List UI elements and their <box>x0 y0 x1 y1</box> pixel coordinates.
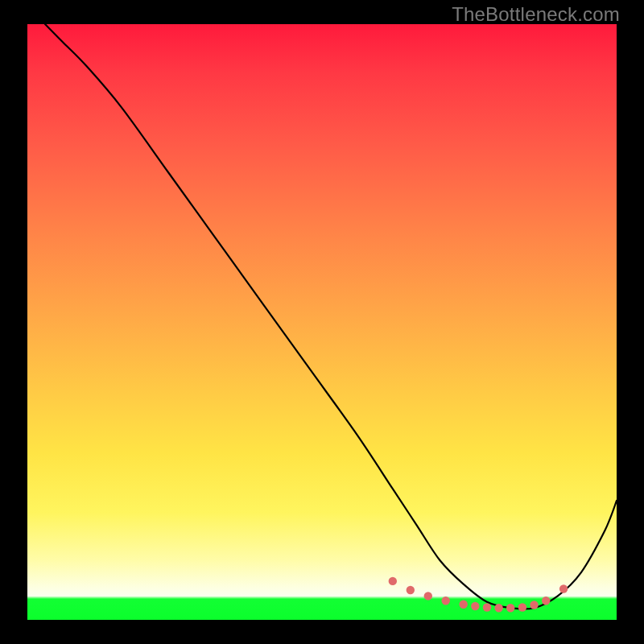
valley-dot <box>518 603 526 611</box>
valley-dot <box>506 604 514 612</box>
valley-dot <box>559 584 568 592</box>
bottleneck-curve <box>45 24 617 609</box>
plot-area <box>27 24 617 620</box>
valley-dot <box>460 601 468 609</box>
valley-dot <box>494 604 502 612</box>
chart-frame: TheBottleneck.com <box>0 0 644 644</box>
watermark-text: TheBottleneck.com <box>452 3 620 26</box>
curve-svg <box>27 24 617 620</box>
valley-dot <box>483 603 491 611</box>
valley-dot <box>442 597 450 605</box>
valley-dots-group <box>389 577 568 613</box>
valley-dot <box>530 601 538 609</box>
valley-dot <box>407 586 415 594</box>
valley-dot <box>389 577 397 585</box>
valley-dot <box>424 592 432 600</box>
valley-dot <box>542 597 550 605</box>
valley-dot <box>471 602 479 610</box>
